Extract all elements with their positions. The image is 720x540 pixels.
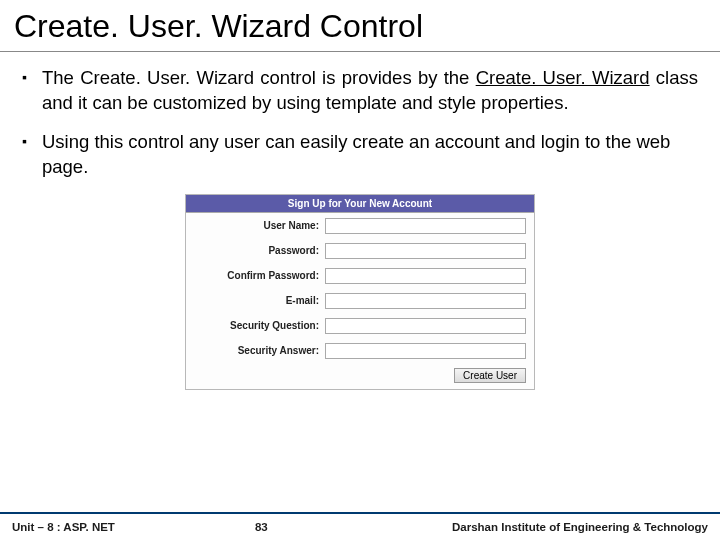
row-submit: Create User (186, 363, 534, 389)
slide-footer: Unit – 8 : ASP. NET 83 Darshan Institute… (0, 512, 720, 540)
row-security-answer: Security Answer: (186, 338, 534, 363)
input-security-answer[interactable] (325, 343, 526, 359)
signup-form: Sign Up for Your New Account User Name: … (185, 194, 535, 390)
bullet-1-text-pre: The Create. User. Wizard control is prov… (42, 67, 476, 88)
row-username: User Name: (186, 213, 534, 238)
input-password[interactable] (325, 243, 526, 259)
label-confirm-password: Confirm Password: (190, 270, 325, 281)
slide-content: The Create. User. Wizard control is prov… (0, 52, 720, 390)
input-confirm-password[interactable] (325, 268, 526, 284)
label-security-answer: Security Answer: (190, 345, 325, 356)
input-email[interactable] (325, 293, 526, 309)
row-email: E-mail: (186, 288, 534, 313)
form-header: Sign Up for Your New Account (186, 195, 534, 213)
slide-title: Create. User. Wizard Control (0, 0, 720, 52)
bullet-2: Using this control any user can easily c… (22, 130, 698, 180)
label-username: User Name: (190, 220, 325, 231)
create-user-button[interactable]: Create User (454, 368, 526, 383)
label-security-question: Security Question: (190, 320, 325, 331)
row-confirm-password: Confirm Password: (186, 263, 534, 288)
input-username[interactable] (325, 218, 526, 234)
row-password: Password: (186, 238, 534, 263)
footer-unit: Unit – 8 : ASP. NET (12, 521, 115, 533)
footer-page-number: 83 (115, 521, 452, 533)
label-password: Password: (190, 245, 325, 256)
label-email: E-mail: (190, 295, 325, 306)
bullet-1: The Create. User. Wizard control is prov… (22, 66, 698, 116)
class-name-link: Create. User. Wizard (476, 67, 650, 88)
figure-wrap: Sign Up for Your New Account User Name: … (22, 194, 698, 390)
input-security-question[interactable] (325, 318, 526, 334)
footer-institute: Darshan Institute of Engineering & Techn… (452, 521, 708, 533)
row-security-question: Security Question: (186, 313, 534, 338)
